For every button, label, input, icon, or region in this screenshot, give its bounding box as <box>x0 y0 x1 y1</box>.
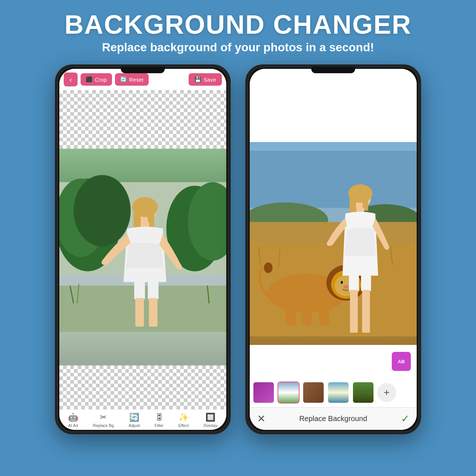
svg-rect-46 <box>350 193 356 213</box>
nav-item-effect[interactable]: ✨ Effect <box>178 413 189 428</box>
nav-label-ai-art: AI Art <box>68 423 78 428</box>
svg-point-39 <box>343 285 349 289</box>
bg-thumb-purple[interactable] <box>253 382 275 404</box>
svg-rect-50 <box>361 275 371 291</box>
nav-item-adjust[interactable]: 🔄 Adjust <box>129 413 140 428</box>
nav-label-replace-bg: Replace Bg <box>93 423 114 428</box>
cancel-button[interactable]: ✕ <box>257 413 265 425</box>
bg-thumb-forest[interactable] <box>352 382 374 404</box>
photo-section-left <box>59 149 226 365</box>
left-phone: ‹ ⬛ Crop 🔄 Reset 💾 Save <box>55 64 231 434</box>
svg-rect-18 <box>148 281 159 299</box>
replace-background-label: Replace Background <box>299 414 367 423</box>
right-phone-content: AB <box>250 69 417 430</box>
nav-label-effect: Effect <box>178 423 189 428</box>
savanna-background <box>250 142 417 345</box>
savanna-section <box>250 142 417 345</box>
right-top-white <box>250 69 417 142</box>
savanna-svg <box>250 142 417 345</box>
svg-rect-42 <box>319 306 329 326</box>
left-phone-content: ‹ ⬛ Crop 🔄 Reset 💾 Save <box>59 69 226 430</box>
phones-container: ‹ ⬛ Crop 🔄 Reset 💾 Save <box>0 64 476 434</box>
effect-icon: ✨ <box>179 413 189 422</box>
svg-point-37 <box>341 281 343 284</box>
nav-label-overlay: Overlay <box>204 423 217 428</box>
svg-rect-52 <box>362 290 370 333</box>
svg-point-43 <box>264 263 272 273</box>
replace-bg-bar: ✕ Replace Background ✓ <box>250 407 417 430</box>
svg-rect-20 <box>149 298 157 327</box>
bottom-transparency-area <box>59 365 226 409</box>
nav-label-adjust: Adjust <box>129 423 140 428</box>
nav-item-overlay[interactable]: 🔲 Overlay <box>204 413 217 428</box>
reset-button[interactable]: 🔄 Reset <box>115 73 149 86</box>
right-phone-screen: AB <box>250 69 417 430</box>
right-bottom-white: AB <box>250 345 417 378</box>
nature-background <box>59 149 226 365</box>
svg-rect-14 <box>134 207 141 228</box>
bg-thumb-wood[interactable] <box>302 382 324 404</box>
phone-notch-right <box>311 67 355 73</box>
confirm-button[interactable]: ✓ <box>401 413 409 425</box>
nav-item-replace-bg[interactable]: ✂ Replace Bg <box>93 413 114 428</box>
svg-point-3 <box>74 175 131 246</box>
phone-notch-left <box>121 67 165 73</box>
left-phone-screen: ‹ ⬛ Crop 🔄 Reset 💾 Save <box>59 69 226 430</box>
app-subtitle: Replace background of your photos in a s… <box>7 41 469 54</box>
background-svg <box>59 149 226 365</box>
background-selector: + <box>250 378 417 407</box>
nav-item-filter[interactable]: 🎛 Filter <box>155 413 163 428</box>
reset-icon: 🔄 <box>120 76 127 83</box>
back-button[interactable]: ‹ <box>64 72 78 86</box>
save-button[interactable]: 💾 Save <box>189 73 222 86</box>
adjust-icon: 🔄 <box>129 413 139 422</box>
bottom-navigation: 🤖 AI Art ✂ Replace Bg 🔄 Adjust 🎛 Filter <box>59 409 226 430</box>
save-icon: 💾 <box>194 76 201 83</box>
svg-rect-19 <box>135 298 144 327</box>
top-transparency-area <box>59 90 226 149</box>
svg-rect-51 <box>350 290 358 333</box>
svg-rect-41 <box>301 306 311 326</box>
svg-rect-17 <box>134 281 145 299</box>
add-background-button[interactable]: + <box>377 383 396 402</box>
svg-rect-49 <box>349 275 359 291</box>
crop-icon: ⬛ <box>86 76 93 83</box>
ai-art-icon: 🤖 <box>68 413 78 422</box>
replace-bg-icon: ✂ <box>100 413 107 422</box>
nav-label-filter: Filter <box>155 423 163 428</box>
app-header: BACKGROUND CHANGER Replace background of… <box>0 0 476 61</box>
overlay-icon: 🔲 <box>205 413 215 422</box>
text-overlay-icon[interactable]: AB <box>392 352 411 371</box>
nav-item-ai-art[interactable]: 🤖 AI Art <box>68 413 78 428</box>
bg-thumb-white-house[interactable] <box>278 382 300 404</box>
crop-button[interactable]: ⬛ Crop <box>81 73 112 86</box>
filter-icon: 🎛 <box>155 413 163 422</box>
bg-thumb-lake[interactable] <box>327 382 349 404</box>
app-title: BACKGROUND CHANGER <box>7 10 469 39</box>
right-phone: AB <box>245 64 421 434</box>
svg-rect-40 <box>285 304 296 326</box>
